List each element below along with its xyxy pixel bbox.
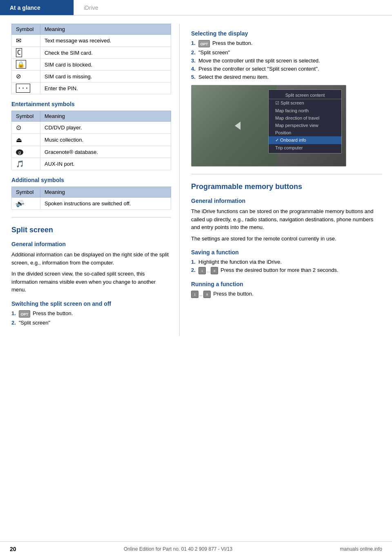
meaning-cell: SIM card is missing. bbox=[40, 71, 171, 82]
option-button-icon: OPT bbox=[19, 310, 30, 318]
saving-function-heading: Saving a function bbox=[191, 249, 382, 256]
step-5-selecting: 5. Select the desired menu item. bbox=[191, 74, 382, 80]
memory-button-icon: 1 ... 8 bbox=[198, 267, 218, 274]
symbol-cell: ··· bbox=[12, 82, 40, 94]
meaning-cell: SIM card is blocked. bbox=[40, 59, 171, 71]
table-row: ✉ Text message was received. bbox=[12, 35, 171, 47]
page-header: At a glance iDrive bbox=[0, 0, 392, 16]
split-general-p1: Additional information can be displayed … bbox=[11, 251, 171, 267]
meaning-cell: Spoken instructions are switched off. bbox=[40, 198, 171, 210]
running-button-icon: 1 ... 8 bbox=[191, 291, 211, 298]
selecting-display-heading: Selecting the display bbox=[191, 30, 382, 37]
entertainment-heading: Entertainment symbols bbox=[11, 101, 171, 107]
col-meaning-header: Meaning bbox=[40, 111, 171, 122]
symbol-cell: C bbox=[12, 47, 40, 59]
prog-general-p1: The iDrive functions can be stored on th… bbox=[191, 207, 382, 231]
entertainment-symbols-table: Symbol Meaning ⊙ CD/DVD player. ⏏ Music … bbox=[11, 111, 171, 170]
table-row: 🔊 Spoken instructions are switched off. bbox=[12, 198, 171, 210]
col-meaning-header: Meaning bbox=[40, 24, 171, 35]
header-section: iDrive bbox=[74, 0, 392, 15]
page-number: 20 bbox=[10, 546, 16, 552]
split-screen-heading: Split screen bbox=[11, 226, 171, 234]
meaning-cell: Check the SIM card. bbox=[40, 47, 171, 59]
divider bbox=[11, 217, 171, 218]
col-symbol-header: Symbol bbox=[12, 111, 40, 122]
running-step: 1 ... 8 Press the button. bbox=[191, 291, 382, 298]
prog-general-p2: The settings are stored for the remote c… bbox=[191, 235, 382, 243]
symbol-cell: ✉ bbox=[12, 35, 40, 47]
header-chapter: At a glance bbox=[0, 0, 74, 15]
meaning-cell: Music collection. bbox=[40, 134, 171, 146]
step-4-selecting: 4. Press the controller or select "Split… bbox=[191, 66, 382, 72]
symbol-cell: 🔊 bbox=[12, 198, 40, 210]
table-row: ⏏ Music collection. bbox=[12, 134, 171, 146]
step-1-saving: 1. Highlight the function via the iDrive… bbox=[191, 259, 382, 265]
table-row: ⊙ CD/DVD player. bbox=[12, 122, 171, 134]
footer-text: Online Edition for Part no. 01 40 2 909 … bbox=[124, 546, 232, 552]
col-symbol-header: Symbol bbox=[12, 24, 40, 35]
split-general-p2: In the divided screen view, the so-calle… bbox=[11, 270, 171, 294]
symbol-cell: 🔒 bbox=[12, 59, 40, 71]
divider-2 bbox=[191, 174, 382, 174]
symbol-cell: 🎵 bbox=[12, 158, 40, 170]
table-row: C Check the SIM card. bbox=[12, 47, 171, 59]
split-general-heading: General information bbox=[11, 241, 171, 247]
switching-heading: Switching the split screen on and off bbox=[11, 300, 171, 307]
col-symbol-header: Symbol bbox=[12, 187, 40, 198]
left-column: Symbol Meaning ✉ Text message was receiv… bbox=[0, 24, 180, 336]
table-row: ⊘ SIM card is missing. bbox=[12, 71, 171, 82]
step-1-selecting: 1. OPT Press the button. bbox=[191, 40, 382, 47]
additional-symbols-table: Symbol Meaning 🔊 Spoken instructions are… bbox=[11, 187, 171, 210]
split-screen-menu: Split screen content ☑ Split screen Map … bbox=[268, 89, 342, 153]
option-button-icon: OPT bbox=[198, 40, 210, 47]
step-2-saving: 2. 1 ... 8 Press the desired button for … bbox=[191, 267, 382, 274]
symbol-cell: g bbox=[12, 146, 40, 158]
step-1-switching: 1. OPT Press the button. bbox=[11, 310, 171, 318]
meaning-cell: Enter the PIN. bbox=[40, 82, 171, 94]
programmable-heading: Programmable memory buttons bbox=[191, 182, 382, 191]
main-content: Symbol Meaning ✉ Text message was receiv… bbox=[0, 16, 392, 336]
right-column: Selecting the display 1. OPT Press the b… bbox=[180, 24, 392, 336]
meaning-cell: Text message was received. bbox=[40, 35, 171, 47]
additional-symbols-heading: Additional symbols bbox=[11, 177, 171, 183]
symbol-cell: ⊘ bbox=[12, 71, 40, 82]
table-row: g Gracenote® database. bbox=[12, 146, 171, 158]
onboard-info-item: ✓ Onboard info bbox=[269, 136, 341, 144]
sim-symbols-table: Symbol Meaning ✉ Text message was receiv… bbox=[11, 24, 171, 94]
meaning-cell: AUX-IN port. bbox=[40, 158, 171, 170]
table-row: 🎵 AUX-IN port. bbox=[12, 158, 171, 170]
prog-general-heading: General information bbox=[191, 198, 382, 204]
page-footer: 20 Online Edition for Part no. 01 40 2 9… bbox=[0, 541, 392, 556]
meaning-cell: Gracenote® database. bbox=[40, 146, 171, 158]
col-meaning-header: Meaning bbox=[40, 187, 171, 198]
step-3-selecting: 3. Move the controller until the split s… bbox=[191, 58, 382, 64]
running-function-heading: Running a function bbox=[191, 281, 382, 287]
step-2-selecting: 2. "Split screen" bbox=[191, 49, 382, 56]
table-row: 🔒 SIM card is blocked. bbox=[12, 59, 171, 71]
symbol-cell: ⊙ bbox=[12, 122, 40, 134]
symbol-cell: ⏏ bbox=[12, 134, 40, 146]
split-screen-screenshot: Split screen content ☑ Split screen Map … bbox=[191, 85, 346, 167]
step-2-switching: 2. "Split screen" bbox=[11, 320, 171, 326]
footer-watermark: manuals online.info bbox=[340, 546, 382, 552]
table-row: ··· Enter the PIN. bbox=[12, 82, 171, 94]
meaning-cell: CD/DVD player. bbox=[40, 122, 171, 134]
